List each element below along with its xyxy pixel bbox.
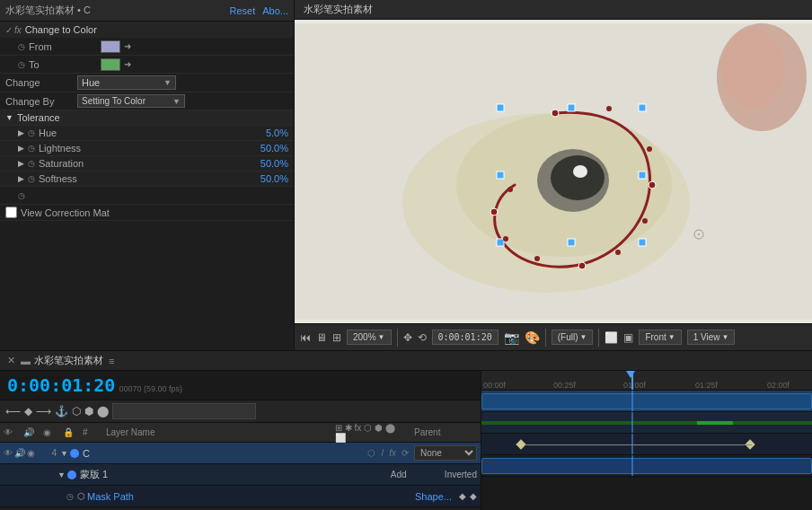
keyframe-nav-right-icon[interactable]: ⟶ [36, 405, 51, 418]
timecode-sub-display: 00070 (59.00 fps) [119, 384, 182, 393]
layer-c-switch1[interactable]: ⬡ [367, 448, 375, 458]
layer-c-fx[interactable]: fx [389, 448, 396, 458]
hue-label: Hue [39, 128, 266, 138]
change-by-value: Setting To Color [82, 96, 146, 106]
layer-c-parent-select[interactable]: None [414, 445, 477, 461]
quality-dropdown[interactable]: (Full) ▼ [552, 330, 594, 345]
svg-point-19 [649, 181, 656, 189]
from-stopwatch[interactable]: ◷ [18, 42, 25, 51]
svg-point-22 [578, 262, 586, 269]
to-label: To [29, 59, 101, 70]
stereo-icon[interactable]: ▣ [623, 331, 633, 344]
views-count-arrow: ▼ [722, 333, 729, 341]
layer-c-audio[interactable]: 🔊 [14, 448, 25, 458]
svg-point-17 [606, 106, 612, 111]
zoom-arrow: ▼ [378, 333, 385, 341]
preview-canvas [295, 20, 812, 323]
layer-column-headers: 👁 🔊 ◉ 🔒 # Layer Name ⊞ ✱ fx ⬡ ⬢ ⬤ ⬜ Pare… [0, 423, 481, 443]
paint-icon[interactable]: ⬢ [84, 405, 93, 418]
svg-rect-10 [497, 239, 504, 246]
camera-tl-icon[interactable]: ⬡ [72, 405, 81, 418]
view-value: Front [645, 332, 666, 342]
anchor-icon[interactable]: ⚓ [55, 405, 68, 418]
lightness-triangle[interactable]: ▶ [18, 144, 24, 153]
separator2 [545, 329, 546, 347]
softness-label: Softness [39, 173, 260, 184]
preview-panel: 水彩笔实拍素材 [295, 0, 812, 350]
layer-c-visible[interactable]: 👁 [4, 448, 13, 458]
saturation-value[interactable]: 50.0% [260, 158, 288, 169]
track-mask1-playhead [631, 412, 633, 433]
layer-search-input[interactable] [112, 403, 256, 419]
lightness-value[interactable]: 50.0% [260, 143, 288, 154]
hue-stopwatch[interactable]: ◷ [28, 128, 35, 137]
grid-icon[interactable]: ⊞ [332, 331, 341, 344]
layer-row-c[interactable]: 👁 🔊 ◉ 4 ▼ C ⬡ / fx ⟳ None [0, 443, 481, 464]
header-visible: 👁 [4, 427, 16, 437]
layer-c-triangle[interactable]: ▼ [60, 449, 68, 458]
svg-point-18 [647, 146, 652, 152]
view-correction-checkbox[interactable] [5, 207, 17, 218]
to-stopwatch[interactable]: ◷ [18, 60, 25, 69]
svg-point-16 [552, 110, 559, 117]
comp-icon[interactable]: ⬤ [97, 405, 109, 418]
change-by-dropdown[interactable]: Setting To Color ▼ [77, 94, 185, 108]
lightness-stopwatch[interactable]: ◷ [28, 144, 35, 153]
timecode-area: 0:00:01:20 00070 (59.00 fps) [0, 371, 481, 400]
svg-point-23 [534, 256, 540, 261]
effect-name-row: ✓ fx Change to Color [0, 22, 294, 38]
timecode-main-display[interactable]: 0:00:01:20 [7, 374, 115, 396]
from-color-arrow[interactable]: ➜ [124, 41, 131, 51]
change-by-property-row: Change By Setting To Color ▼ [0, 92, 294, 110]
svg-rect-9 [639, 104, 646, 111]
change-dropdown[interactable]: Hue ▼ [77, 75, 176, 90]
camera-icon[interactable]: 📷 [504, 330, 519, 345]
maskpath-shape-value[interactable]: Shape... [415, 491, 452, 502]
softness-row: ▶ ◷ Softness 50.0% [0, 171, 294, 187]
playhead-line[interactable] [631, 371, 633, 390]
keyframe-nav-icon[interactable]: ⟵ [5, 405, 21, 418]
reset-button[interactable]: Reset [230, 5, 256, 16]
timecode-display[interactable]: 0:00:01:20 [432, 330, 499, 345]
view-dropdown[interactable]: Front ▼ [639, 330, 681, 345]
close-timeline-icon[interactable]: ✕ [7, 355, 15, 366]
layer-c-solo[interactable]: ◉ [27, 448, 35, 458]
header-lock: 🔒 [63, 427, 75, 437]
views-count-dropdown[interactable]: 1 View ▼ [687, 330, 736, 345]
mask1-triangle[interactable]: ▼ [57, 470, 66, 479]
lightness-label: Lightness [39, 143, 260, 154]
effect-checkbox[interactable]: ✓ [5, 25, 13, 35]
mask1-inverted: Inverted [445, 470, 477, 479]
softness-value[interactable]: 50.0% [260, 173, 288, 184]
maskpath-key2: ◆ [470, 491, 477, 501]
view-mode-icon[interactable]: ⬜ [605, 331, 618, 344]
saturation-label: Saturation [39, 158, 260, 169]
to-color-swatch[interactable] [101, 58, 120, 71]
ruler-mark-100: 01:00f [623, 381, 646, 390]
timeline-menu-icon[interactable]: ≡ [109, 356, 114, 366]
keyframe-add-icon[interactable]: ◆ [24, 405, 32, 418]
saturation-triangle[interactable]: ▶ [18, 159, 24, 168]
softness-triangle[interactable]: ▶ [18, 174, 24, 183]
header-layer-name: Layer Name [106, 427, 328, 437]
maskpath-stopwatch[interactable]: ◷ [66, 492, 74, 501]
ruler-mark-125: 01:25f [695, 381, 718, 390]
saturation-stopwatch[interactable]: ◷ [28, 159, 35, 168]
hue-value[interactable]: 5.0% [266, 128, 288, 138]
play-controls[interactable]: ⏮ [300, 331, 311, 344]
svg-rect-13 [568, 239, 575, 246]
warp-icon[interactable]: ⟲ [418, 331, 427, 344]
extra-stopwatch: ◷ [18, 191, 25, 200]
quality-value: (Full) [558, 332, 578, 342]
zoom-dropdown[interactable]: 200% ▼ [347, 330, 392, 345]
tolerance-section-header[interactable]: ▼ Tolerance [0, 110, 294, 126]
to-color-arrow[interactable]: ➜ [124, 59, 131, 69]
from-color-swatch[interactable] [101, 40, 120, 53]
about-button[interactable]: Abo... [262, 5, 288, 16]
color-wheel-icon[interactable]: 🎨 [525, 330, 540, 345]
hue-triangle[interactable]: ▶ [18, 128, 24, 137]
softness-stopwatch[interactable]: ◷ [28, 174, 35, 183]
timecode-value: 0:00:01:20 [438, 332, 492, 342]
monitor-icon[interactable]: 🖥 [316, 331, 327, 344]
transform-icon[interactable]: ✥ [403, 331, 412, 344]
